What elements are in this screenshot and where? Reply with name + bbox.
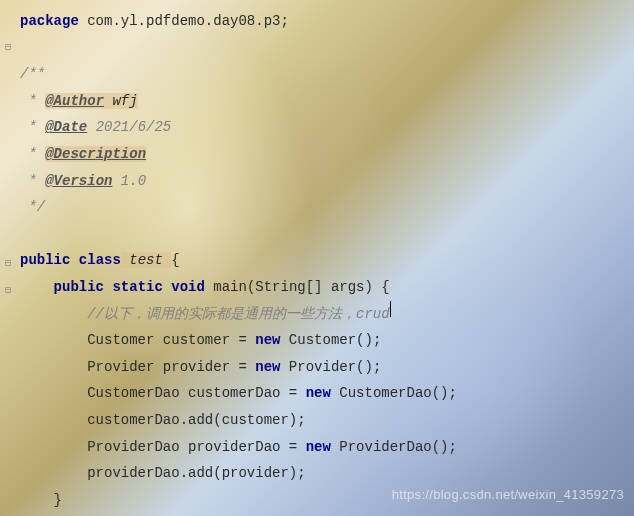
javadoc-line: * @Description — [20, 141, 634, 168]
code-line: customerDao.add(customer); — [20, 407, 634, 434]
code-editor[interactable]: package com.yl.pdfdemo.day08.p3; /** * @… — [0, 0, 634, 516]
class-name: test — [121, 252, 171, 268]
keyword-static: static — [112, 279, 162, 295]
blank-line — [20, 221, 634, 248]
code-line: Provider provider = new Provider(); — [20, 354, 634, 381]
code-line: ProviderDao providerDao = new ProviderDa… — [20, 434, 634, 461]
keyword-new: new — [306, 385, 331, 401]
javadoc-version-value: 1.0 — [112, 173, 146, 189]
javadoc-tag-description: @Description — [45, 146, 146, 162]
editor-gutter: ⊟ ⊟ ⊟ — [0, 0, 20, 516]
inline-comment: //以下，调用的实际都是通用的一些方法，crud — [87, 306, 389, 322]
keyword-class: class — [79, 252, 121, 268]
package-path: com.yl.pdfdemo.day08.p3; — [79, 13, 289, 29]
javadoc-line: * @Date 2021/6/25 — [20, 114, 634, 141]
method-params: (String[] args) — [247, 279, 381, 295]
keyword-new: new — [255, 359, 280, 375]
comment-line: //以下，调用的实际都是通用的一些方法，crud — [20, 301, 634, 328]
keyword-new: new — [306, 439, 331, 455]
javadoc-line: * @Author wfj — [20, 88, 634, 115]
keyword-public: public — [20, 252, 70, 268]
method-declaration: public static void main(String[] args) { — [20, 274, 634, 301]
class-declaration: public class test { — [20, 247, 634, 274]
code-line: package com.yl.pdfdemo.day08.p3; — [20, 8, 634, 35]
keyword-void: void — [171, 279, 205, 295]
code-line: Customer customer = new Customer(); — [20, 327, 634, 354]
javadoc-open: /** — [20, 61, 634, 88]
code-line: CustomerDao customerDao = new CustomerDa… — [20, 380, 634, 407]
javadoc-line: * @Version 1.0 — [20, 168, 634, 195]
blank-line — [20, 35, 634, 62]
keyword-public: public — [54, 279, 104, 295]
watermark-text: https://blog.csdn.net/weixin_41359273 — [392, 483, 624, 508]
text-caret — [390, 301, 391, 317]
keyword-package: package — [20, 13, 79, 29]
keyword-new: new — [255, 332, 280, 348]
javadoc-date-value: 2021/6/25 — [87, 119, 171, 135]
fold-marker-icon[interactable]: ⊟ — [5, 281, 11, 300]
javadoc-author-value: wfj — [104, 93, 138, 109]
method-name-main: main — [205, 279, 247, 295]
javadoc-tag-date: @Date — [45, 119, 87, 135]
fold-marker-icon[interactable]: ⊟ — [5, 254, 11, 273]
fold-marker-icon[interactable]: ⊟ — [5, 38, 11, 57]
javadoc-tag-version: @Version — [45, 173, 112, 189]
javadoc-tag-author: @Author — [45, 93, 104, 109]
javadoc-close: */ — [20, 194, 634, 221]
